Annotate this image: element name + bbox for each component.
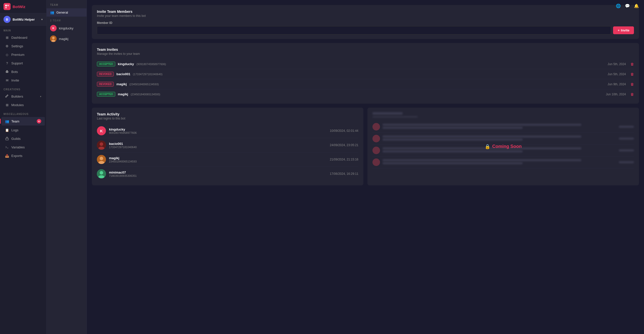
invite-user-id: (909180745958977606): [136, 63, 166, 66]
activity-user-id: 173347297181040640: [109, 146, 137, 149]
invite-status-badge: REVOKED: [97, 72, 114, 76]
invites-list: ACCEPTED kingducky (909180745958977606) …: [97, 59, 634, 99]
sidebar-item-exports[interactable]: 📤 Exports: [2, 152, 45, 160]
activity-user-id: 909180745958977606: [109, 131, 137, 134]
delete-invite-button[interactable]: 🗑: [630, 82, 634, 86]
sidebar-item-label: Premium: [11, 53, 24, 57]
invite-username: kingducky: [118, 62, 134, 66]
invite-date: Jun 10th, 2024: [606, 93, 626, 96]
svg-point-7: [7, 71, 8, 72]
team-activity-subtitle: Last logins to this bot: [97, 117, 358, 120]
sidebar-item-support[interactable]: ? Support: [2, 59, 45, 67]
activity-item: minimac07 718039190935306351 17/06/2024,…: [97, 167, 358, 181]
activity-avatar: [97, 155, 106, 164]
activity-username: kingducky: [109, 128, 137, 131]
activity-date: 17/06/2024, 16:29:11: [330, 172, 358, 176]
bot-avatar: B: [4, 16, 11, 23]
sidebar-item-variables[interactable]: Variables: [2, 143, 45, 151]
bot-selector[interactable]: B BotWiz Helper ▾: [0, 13, 46, 26]
sidebar-item-label: Exports: [11, 154, 22, 158]
svg-rect-1: [7, 5, 9, 6]
delete-invite-button[interactable]: 🗑: [630, 92, 634, 96]
settings-icon: ⚙: [5, 44, 9, 48]
logs-icon: 📋: [5, 128, 9, 132]
bottom-section: Team Activity Last logins to this bot K …: [92, 108, 639, 189]
bell-icon[interactable]: 🔔: [634, 4, 639, 8]
invite-status-badge: ACCEPTED: [97, 92, 115, 97]
activity-date: 10/09/2024, 02:01:44: [330, 129, 358, 133]
team-member-kingducky[interactable]: K kingducky: [47, 23, 87, 33]
sidebar-item-bots[interactable]: Bots: [2, 68, 45, 76]
sidebar-item-builders[interactable]: Builders ▾: [2, 92, 45, 100]
sidebar-item-label: Modules: [11, 103, 24, 107]
invite-row-item: ACCEPTED magikj (234501840065134593) Jun…: [97, 89, 634, 99]
team-invites-subtitle: Manage the invites to your team: [97, 52, 634, 56]
sidebar-item-settings[interactable]: ⚙ Settings: [2, 42, 45, 50]
section-label-creations: CREATIONS: [0, 85, 46, 92]
invite-row-item: REVOKED bacio001 (173347297181040640) Ju…: [97, 69, 634, 79]
activity-item: bacio001 173347297181040640 24/09/2024, …: [97, 138, 358, 152]
sidebar-item-premium[interactable]: ◇ Premium: [2, 51, 45, 59]
activity-avatar: [97, 169, 106, 178]
sidebar-header: BotWiz: [0, 0, 46, 13]
secondary-nav-general[interactable]: 👥 General: [47, 8, 87, 17]
expand-icon: ▾: [40, 95, 41, 98]
app-logo: [4, 3, 11, 10]
invite-input-row: + Invite: [97, 26, 634, 34]
invite-card-subtitle: Invite your team members to this bot: [97, 14, 634, 18]
sidebar-item-label: Dashboard: [11, 36, 27, 39]
dashboard-icon: ⊞: [5, 35, 9, 39]
chevron-down-icon: ▾: [41, 18, 43, 21]
secondary-sidebar-header: Team: [47, 0, 87, 8]
sidebar-item-dashboard[interactable]: ⊞ Dashboard: [2, 33, 45, 41]
invite-btn-icon: +: [618, 28, 620, 32]
svg-point-19: [100, 171, 103, 175]
svg-rect-0: [5, 5, 7, 6]
invite-user-id: (234501840065134593): [129, 83, 159, 86]
invite-button[interactable]: + Invite: [613, 26, 634, 34]
member-avatar-kingducky: K: [50, 25, 57, 31]
section-label-misc: MISCELLANEOUS: [0, 109, 46, 117]
activity-item: magikj 234501840065134593 21/09/2024, 21…: [97, 152, 358, 167]
activity-info: minimac07 718039190935306351: [109, 171, 137, 177]
sidebar-item-label: Builders: [11, 95, 23, 98]
globe-icon[interactable]: 🌐: [616, 4, 621, 8]
sidebar-item-invite[interactable]: ✉ Invite: [2, 76, 45, 84]
sidebar-item-modules[interactable]: ⊞ Modules: [2, 101, 45, 109]
svg-point-13: [100, 142, 103, 146]
sidebar-item-logs[interactable]: 📋 Logs: [2, 126, 45, 134]
activity-item: K kingducky 909180745958977606 10/09/202…: [97, 124, 358, 138]
team-member-magikj[interactable]: magikj: [47, 33, 87, 44]
activity-info: magikj 234501840065134593: [109, 156, 137, 163]
team-invites-card: Team Invites Manage the invites to your …: [92, 43, 639, 104]
chat-icon[interactable]: 💬: [625, 4, 630, 8]
main-content: Invite Team Members Invite your team mem…: [87, 0, 644, 334]
invite-icon: ✉: [5, 78, 9, 82]
sidebar-item-guilds[interactable]: Guilds: [2, 135, 45, 143]
invite-card-title: Invite Team Members: [97, 10, 634, 14]
sidebar-item-label: Bots: [11, 70, 18, 74]
invite-username: magikj: [118, 92, 128, 96]
member-id-input[interactable]: [97, 26, 611, 34]
member-name-magikj: magikj: [59, 37, 68, 41]
invite-date: Jun 5th, 2024: [608, 72, 626, 76]
team-badge: ♥: [37, 119, 41, 123]
delete-invite-button[interactable]: 🗑: [630, 72, 634, 76]
sidebar-item-label: Settings: [11, 44, 23, 48]
team-activity-title: Team Activity: [97, 112, 358, 116]
activity-username: minimac07: [109, 171, 137, 174]
svg-rect-5: [7, 70, 8, 71]
team-icon: 👥: [5, 119, 9, 123]
secondary-sidebar: Team 👥 General 2 Team K kingducky magikj: [47, 0, 87, 334]
sidebar: BotWiz B BotWiz Helper ▾ MAIN ⊞ Dashboar…: [0, 0, 47, 334]
exports-icon: 📤: [5, 154, 9, 158]
sidebar-item-team[interactable]: 👥 Team ♥: [2, 117, 45, 126]
activity-list: K kingducky 909180745958977606 10/09/202…: [97, 124, 358, 181]
modules-icon: ⊞: [5, 103, 9, 107]
invite-row-item: ACCEPTED kingducky (909180745958977606) …: [97, 59, 634, 69]
invite-team-card: Invite Team Members Invite your team mem…: [92, 5, 639, 39]
svg-rect-3: [7, 7, 9, 8]
svg-rect-2: [5, 7, 7, 8]
delete-invite-button[interactable]: 🗑: [630, 62, 634, 66]
svg-point-16: [100, 157, 103, 160]
